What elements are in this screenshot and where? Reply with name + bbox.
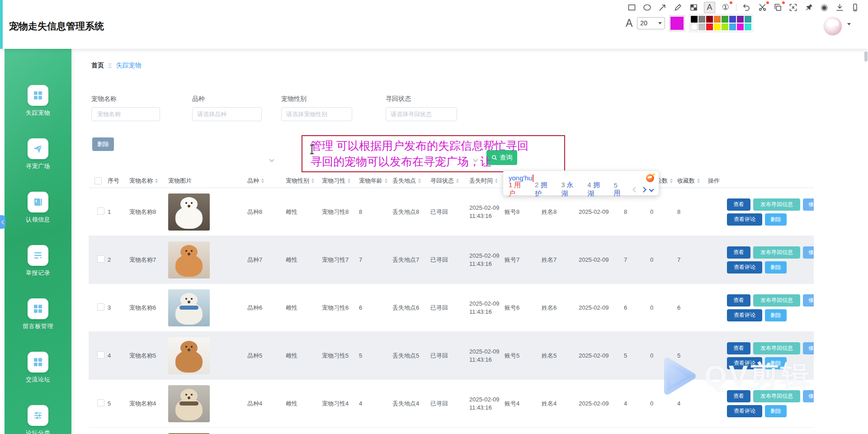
palette-color[interactable] (737, 24, 744, 30)
palette-color[interactable] (698, 24, 705, 30)
delete-button[interactable]: 删除 (765, 405, 787, 417)
publish-recovery-button[interactable]: 发布寻回信息 (753, 342, 800, 354)
pencil-tool-icon[interactable] (673, 2, 683, 13)
col-header-7[interactable]: 宠物年龄 (358, 177, 392, 185)
rect-tool-icon[interactable] (627, 2, 637, 13)
current-color-swatch[interactable] (670, 16, 684, 31)
view-comments-button[interactable]: 查看评论 (727, 405, 762, 417)
edit-button[interactable]: 修改 (803, 198, 814, 211)
sort-caret-icon[interactable] (261, 177, 264, 184)
ime-candidate-1[interactable]: 1用户 (509, 181, 527, 198)
undo-tool-icon[interactable] (742, 2, 752, 13)
sort-caret-icon[interactable] (348, 177, 350, 184)
sidebar-item-7[interactable]: 论坛分类 (26, 405, 50, 434)
view-button[interactable]: 查看 (727, 246, 750, 259)
page-next-icon[interactable] (641, 187, 646, 193)
palette-color[interactable] (691, 24, 698, 30)
breadcrumb-home[interactable]: 首页 (91, 61, 104, 70)
sidebar-item-4[interactable]: 举报记录 (26, 245, 50, 277)
view-button[interactable]: 查看 (727, 390, 750, 402)
sort-caret-icon[interactable] (495, 177, 498, 184)
palette-color[interactable] (729, 24, 736, 30)
palette-color[interactable] (745, 24, 751, 30)
palette-color[interactable] (691, 16, 698, 23)
row-checkbox[interactable] (97, 399, 104, 406)
sidebar-item-5[interactable]: 留言板管理 (23, 298, 53, 330)
record-tool-icon[interactable]: ◉ (819, 2, 829, 13)
view-button[interactable]: 查看 (727, 198, 750, 211)
select-all-checkbox[interactable] (94, 177, 102, 184)
palette-color[interactable] (745, 16, 751, 23)
copy-tool-icon[interactable] (773, 2, 783, 13)
publish-recovery-button[interactable]: 发布寻回信息 (753, 390, 800, 402)
sort-caret-icon[interactable] (456, 177, 459, 184)
publish-recovery-button[interactable]: 发布寻回信息 (753, 294, 800, 307)
publish-recovery-button[interactable]: 发布寻回信息 (753, 198, 800, 211)
edit-button[interactable]: 修改 (803, 390, 814, 402)
sidebar-item-1[interactable]: 失踪宠物 (26, 85, 50, 117)
edit-button[interactable]: 修改 (803, 342, 814, 354)
view-comments-button[interactable]: 查看评论 (727, 261, 762, 274)
palette-color[interactable] (722, 24, 728, 30)
filter-select[interactable]: 请选择寻回状态 (386, 107, 457, 121)
sidebar-item-3[interactable]: 认领信息 (26, 192, 50, 224)
filter-input[interactable] (91, 107, 160, 121)
palette-color[interactable] (737, 16, 744, 23)
filter-select[interactable]: 请选择品种 (192, 107, 262, 121)
pet-photo[interactable] (168, 241, 210, 278)
publish-recovery-button[interactable]: 发布寻回信息 (753, 246, 800, 259)
pet-photo[interactable] (168, 289, 210, 326)
col-header-2[interactable]: 宠物名称 (128, 177, 167, 185)
step-tool-icon[interactable]: ① (721, 2, 731, 13)
row-checkbox[interactable] (97, 255, 104, 263)
edit-button[interactable]: 修改 (803, 294, 814, 307)
row-checkbox[interactable] (97, 351, 104, 359)
col-header-8[interactable]: 丢失地点 (392, 177, 429, 185)
pet-photo[interactable] (168, 385, 210, 422)
ellipse-tool-icon[interactable] (642, 2, 652, 13)
sort-caret-icon[interactable] (697, 177, 700, 184)
col-header-16[interactable]: 收藏数 (676, 177, 707, 185)
ime-expand-icon[interactable] (649, 187, 654, 192)
bulk-delete-button[interactable]: 删除 (92, 137, 114, 151)
palette-color[interactable] (729, 16, 736, 23)
sidebar-collapse-handle[interactable] (0, 215, 5, 229)
palette-color[interactable] (714, 16, 721, 23)
sidebar-item-2[interactable]: 寻宠广场 (26, 138, 50, 170)
pin-tool-icon[interactable] (804, 2, 814, 13)
view-comments-button[interactable]: 查看评论 (727, 213, 762, 226)
bookmark-tool-icon[interactable] (866, 2, 868, 13)
delete-button[interactable]: 删除 (765, 357, 787, 369)
palette-color[interactable] (698, 16, 705, 23)
phone-tool-icon[interactable] (850, 2, 860, 13)
sort-caret-icon[interactable] (670, 177, 673, 184)
col-header-5[interactable]: 宠物性别 (285, 177, 321, 185)
font-size-select[interactable]: 20 (637, 17, 665, 29)
palette-color[interactable] (706, 16, 713, 23)
ime-candidate-5[interactable]: 5用 (613, 181, 626, 198)
sort-caret-icon[interactable] (155, 177, 158, 184)
ime-candidate-2[interactable]: 2拥护 (535, 181, 553, 198)
view-button[interactable]: 查看 (727, 294, 750, 307)
delete-button[interactable]: 删除 (765, 261, 787, 274)
sort-caret-icon[interactable] (385, 177, 387, 184)
arrow-tool-icon[interactable] (658, 2, 668, 13)
col-header-10[interactable]: 丢失时间 (468, 177, 504, 185)
view-comments-button[interactable]: 查看评论 (727, 357, 762, 369)
pet-photo[interactable] (168, 193, 210, 231)
palette-color[interactable] (706, 24, 713, 30)
sidebar-item-6[interactable]: 交流论坛 (26, 352, 50, 384)
delete-button[interactable]: 删除 (765, 309, 787, 321)
pet-photo[interactable] (168, 337, 210, 374)
row-checkbox[interactable] (97, 208, 104, 215)
filter-input-field[interactable] (96, 110, 155, 118)
ime-candidate-3[interactable]: 3永湖 (561, 181, 580, 198)
avatar[interactable] (824, 17, 842, 35)
mosaic-tool-icon[interactable] (689, 2, 698, 13)
col-header-4[interactable]: 品种 (246, 177, 285, 185)
breadcrumb-current[interactable]: 失踪宠物 (116, 61, 141, 70)
sort-caret-icon[interactable] (418, 177, 421, 184)
sort-caret-icon[interactable] (311, 177, 314, 184)
frame-tool-icon[interactable] (788, 2, 798, 13)
view-comments-button[interactable]: 查看评论 (727, 309, 762, 321)
